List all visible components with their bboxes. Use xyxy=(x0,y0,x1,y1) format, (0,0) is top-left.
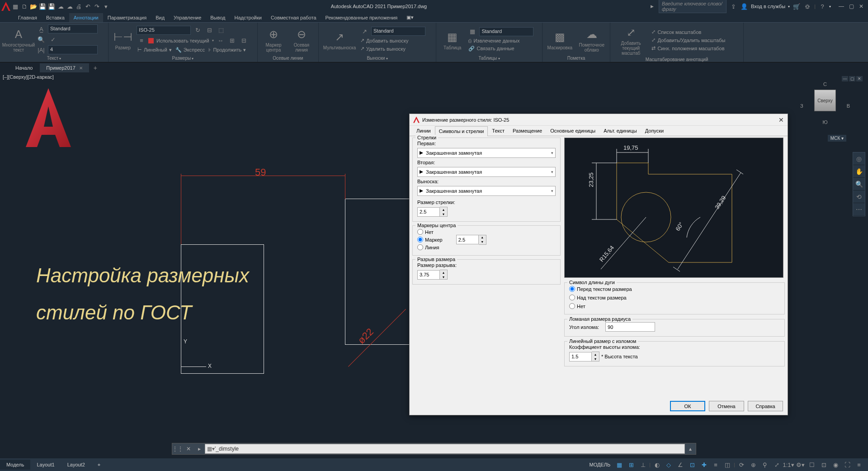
center-mark-button[interactable]: ⊕ Маркер центра xyxy=(260,26,287,52)
ribbon-tab-manage[interactable]: Управление xyxy=(169,13,206,22)
help-icon[interactable]: ? xyxy=(818,2,826,10)
anno-monitor-icon[interactable]: ⊕ xyxy=(748,459,759,470)
add-tab-button[interactable]: + xyxy=(90,64,101,71)
ribbon-tab-view[interactable]: Вид xyxy=(151,13,169,22)
lwt-icon[interactable]: ≡ xyxy=(710,459,721,470)
arc-none-radio[interactable]: Нет xyxy=(569,303,780,309)
second-arrow-select[interactable]: Закрашенная замкнутая xyxy=(417,167,556,177)
leader-arrow-select[interactable]: Закрашенная замкнутая xyxy=(417,186,556,196)
ribbon-tab-home[interactable]: Главная xyxy=(14,13,42,22)
spellcheck-icon[interactable]: ✓ xyxy=(48,35,58,44)
ui-lock-icon[interactable]: ☐ xyxy=(807,459,817,470)
dlg-tab-fit[interactable]: Размещение xyxy=(509,126,546,136)
dlg-tab-primary[interactable]: Основные единицы xyxy=(546,126,599,136)
anno-auto-icon[interactable]: ⤢ xyxy=(771,459,782,470)
cart-icon[interactable]: 🛒 xyxy=(793,2,801,10)
nav-pan-icon[interactable]: ✋ xyxy=(853,165,865,178)
polar-icon[interactable]: ◐ xyxy=(651,459,662,470)
play-icon[interactable]: ▶ xyxy=(648,2,656,10)
dim-update-icon[interactable]: ↻ xyxy=(193,26,203,35)
revcloud-button[interactable]: ☁ Пометочное облако xyxy=(576,26,607,52)
dim-style-combo[interactable]: ISO-25 xyxy=(137,26,191,35)
snap-icon[interactable]: ⊞ xyxy=(626,459,637,470)
center-none-radio[interactable]: Нет xyxy=(417,228,443,235)
keyword-search[interactable]: Введите ключевое слово/фразу xyxy=(659,0,726,13)
jog-angle-input[interactable] xyxy=(605,322,655,332)
find-text-icon[interactable]: 🔍 xyxy=(36,35,46,44)
account-icon[interactable]: 👤 xyxy=(740,2,748,10)
restore-icon[interactable]: ▢ xyxy=(848,3,854,10)
viewcube-top-face[interactable]: Сверху xyxy=(814,90,836,111)
dlg-tab-tol[interactable]: Допуски xyxy=(641,126,668,136)
data-link-button[interactable]: 🔗 Связать данные xyxy=(467,45,539,52)
vp-minimize-icon[interactable]: — xyxy=(842,76,848,81)
customize-icon[interactable]: ≡ xyxy=(854,459,864,470)
scale-addrem-button[interactable]: ⤢ Добавить/Удалить масштабы xyxy=(651,37,741,43)
share-icon[interactable]: ⇪ xyxy=(729,2,737,10)
otrack-icon[interactable]: ⊡ xyxy=(687,459,698,470)
text-height-icon[interactable]: |A| xyxy=(36,45,46,54)
menu-icon[interactable]: ▦ xyxy=(11,2,19,10)
ribbon-tab-annotate[interactable]: Аннотации xyxy=(69,13,103,22)
wcs-label[interactable]: МСК ▾ xyxy=(828,135,846,142)
cmdline-handle-icon[interactable]: ⋮⋮ xyxy=(172,443,183,454)
jog-height-spinner[interactable]: ▲▼ xyxy=(569,352,599,362)
ok-button[interactable]: ОК xyxy=(670,401,705,411)
table-style-icon[interactable]: ▦ xyxy=(467,27,477,36)
table-button[interactable]: ▦ Таблица xyxy=(439,29,466,50)
data-extract-button[interactable]: ⎙ Извлечение данных xyxy=(467,38,539,44)
mleader-button[interactable]: ↗ Мультивыноска xyxy=(321,29,358,50)
ribbon-tab-featured[interactable]: Рекомендованные приложения xyxy=(321,13,402,22)
remove-leader-button[interactable]: ↗ Удалить выноску xyxy=(359,45,432,52)
anno-scale-button[interactable]: ⤢ Добавить текущий масштаб xyxy=(613,24,649,56)
saveas-icon[interactable]: 💾 xyxy=(47,2,56,10)
3dosnap-icon[interactable]: ∠ xyxy=(675,459,686,470)
dlg-tab-arrows[interactable]: Символы и стрелки xyxy=(435,126,488,136)
ribbon-tab-parametric[interactable]: Параметризация xyxy=(103,13,151,22)
dlg-tab-lines[interactable]: Линии xyxy=(412,126,435,136)
undo-icon[interactable]: ↶ xyxy=(84,2,92,10)
workspace-icon[interactable]: ⚙▾ xyxy=(795,459,806,470)
scale-icon[interactable]: 1:1▾ xyxy=(783,459,794,470)
transparency-icon[interactable]: ◫ xyxy=(722,459,733,470)
start-tab[interactable]: Начало xyxy=(9,63,39,72)
dimension-button[interactable]: ⊢⊣ Размер xyxy=(111,29,135,50)
model-label[interactable]: МОДЕЛЬ xyxy=(590,462,611,467)
app-store-icon[interactable]: ⯐ xyxy=(803,2,811,10)
dim-continue-button[interactable]: ⊦ Продолжить ▾ xyxy=(208,47,247,53)
signin-caret-icon[interactable]: ▾ xyxy=(788,5,790,9)
text-style-combo[interactable]: Standard xyxy=(48,24,98,33)
ribbon-tab-collab[interactable]: Совместная работа xyxy=(266,13,321,22)
cloud-open-icon[interactable]: ☁ xyxy=(57,2,65,10)
leader-style-icon[interactable]: ↗ xyxy=(359,27,369,36)
arc-above-radio[interactable]: Над текстом размера xyxy=(569,294,780,301)
by-layer-icon[interactable]: ≡ xyxy=(137,36,146,45)
center-line-button[interactable]: ⊖ Осевая линия xyxy=(288,26,315,52)
redo-icon[interactable]: ↷ xyxy=(93,2,101,10)
help-caret-icon[interactable]: ▾ xyxy=(829,5,831,9)
use-current-label[interactable]: Использовать текущий xyxy=(156,38,210,44)
dyn-icon[interactable]: ✚ xyxy=(698,459,709,470)
vp-close-icon[interactable]: ✕ xyxy=(856,76,863,81)
cycle-icon[interactable]: ⟳ xyxy=(736,459,747,470)
first-arrow-select[interactable]: Закрашенная замкнутая xyxy=(417,148,556,158)
open-file-icon[interactable]: 📂 xyxy=(29,2,38,10)
add-leader-button[interactable]: ↗ Добавить выноску xyxy=(359,37,432,44)
cmdline-expand-icon[interactable]: ▸ xyxy=(194,443,205,454)
help-button[interactable]: Справка xyxy=(748,401,783,411)
dim-tool1-icon[interactable]: ⊟ xyxy=(204,26,214,35)
anno-vis-icon[interactable]: ⚲ xyxy=(760,459,770,470)
nav-showmore-icon[interactable]: ⋯ xyxy=(853,203,865,216)
ribbon-tab-output[interactable]: Вывод xyxy=(206,13,230,22)
mtext-button[interactable]: A Многострочный текст xyxy=(3,26,34,52)
leader-style-combo[interactable]: Standard xyxy=(371,27,425,36)
cmdline-history-icon[interactable]: ▴ xyxy=(685,443,696,454)
dim-tool3-icon[interactable]: ↔ xyxy=(216,36,226,45)
text-style-icon[interactable]: A̲ xyxy=(36,24,46,33)
break-size-spinner[interactable]: ▲▼ xyxy=(417,270,556,280)
ribbon-tab-addins[interactable]: Надстройки xyxy=(230,13,266,22)
dim-tool4-icon[interactable]: ⊞ xyxy=(227,36,237,45)
file-tab-close-icon[interactable]: ✕ xyxy=(79,66,83,71)
layout1-tab[interactable]: Layout1 xyxy=(30,460,61,470)
scale-sync-button[interactable]: ⇄ Синх. положения масштабов xyxy=(651,45,741,52)
